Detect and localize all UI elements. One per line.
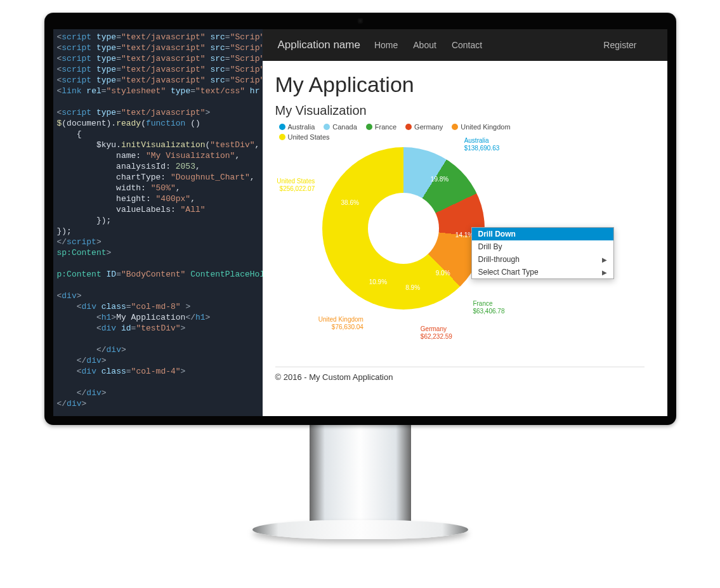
chart-area[interactable]: 19.8%14.1%9.0%8.9%10.9%38.6% Australia$1…: [275, 143, 618, 359]
slice-pct-label: 19.8%: [431, 176, 448, 183]
context-menu-item[interactable]: Drill By: [472, 240, 613, 253]
legend-swatch-icon: [366, 124, 372, 130]
legend-swatch-icon: [405, 124, 412, 130]
submenu-arrow-icon: ▶: [602, 256, 607, 263]
legend-item[interactable]: Australia: [279, 123, 315, 131]
legend-item[interactable]: United States: [279, 133, 330, 141]
doughnut-hole: [368, 193, 439, 264]
context-menu-item[interactable]: Select Chart Type▶: [472, 266, 613, 278]
legend-swatch-icon: [452, 124, 458, 130]
context-menu-item[interactable]: Drill-through▶: [472, 253, 613, 266]
monitor-stand-neck: [310, 422, 411, 524]
slice-data-label: United States$256,022.07: [263, 178, 315, 193]
screen: <script type="text/javascript" src="Scri…: [53, 29, 667, 416]
legend-item[interactable]: United Kingdom: [452, 123, 510, 131]
legend-label: Australia: [288, 123, 315, 131]
code-editor: <script type="text/javascript" src="Scri…: [53, 29, 263, 416]
legend-label: Germany: [414, 123, 443, 131]
nav-link-home[interactable]: Home: [374, 40, 398, 50]
monitor-bezel: <script type="text/javascript" src="Scri…: [44, 13, 676, 425]
slice-pct-label: 10.9%: [369, 278, 387, 285]
navbar-brand[interactable]: Application name: [278, 39, 360, 51]
legend-label: United States: [288, 133, 330, 141]
slice-pct-label: 38.6%: [341, 199, 359, 206]
legend-swatch-icon: [279, 124, 285, 130]
legend-swatch-icon: [279, 134, 285, 140]
page-content: My Application My Visualization Australi…: [263, 61, 667, 416]
web-app-preview: Application name Home About Contact Regi…: [263, 29, 667, 416]
footer-text: © 2016 - My Custom Application: [275, 372, 645, 382]
legend-label: Canada: [332, 123, 357, 131]
navbar: Application name Home About Contact Regi…: [263, 29, 667, 61]
camera-icon: [358, 18, 363, 23]
context-menu-label: Select Chart Type: [478, 268, 539, 277]
legend-swatch-icon: [324, 124, 330, 130]
divider: [275, 367, 645, 367]
chart-title: My Visualization: [275, 103, 645, 118]
nav-link-register[interactable]: Register: [603, 40, 636, 50]
monitor-frame: <script type="text/javascript" src="Scri…: [44, 13, 676, 539]
context-menu-label: Drill By: [478, 242, 502, 251]
slice-data-label: Germany$62,232.59: [421, 325, 484, 341]
context-menu-item[interactable]: Drill Down: [472, 228, 613, 240]
slice-pct-label: 9.0%: [436, 270, 450, 277]
nav-link-about[interactable]: About: [413, 40, 436, 50]
page-title: My Application: [275, 72, 645, 97]
context-menu-label: Drill-through: [478, 255, 520, 264]
slice-data-label: France$63,406.78: [473, 300, 536, 315]
slice-data-label: Australia$138,690.63: [464, 137, 528, 152]
slice-data-label: United Kingdom$76,630.04: [300, 316, 363, 331]
nav-link-contact[interactable]: Contact: [452, 40, 482, 50]
context-menu-label: Drill Down: [478, 230, 516, 238]
legend-label: France: [375, 123, 396, 131]
submenu-arrow-icon: ▶: [602, 269, 607, 276]
legend-item[interactable]: France: [366, 123, 396, 131]
monitor-stand-base: [252, 520, 468, 539]
legend-item[interactable]: Canada: [324, 123, 357, 131]
legend-label: United Kingdom: [461, 123, 510, 131]
context-menu[interactable]: Drill DownDrill ByDrill-through▶Select C…: [471, 227, 614, 279]
slice-pct-label: 8.9%: [405, 284, 420, 291]
legend-item[interactable]: Germany: [405, 123, 443, 131]
